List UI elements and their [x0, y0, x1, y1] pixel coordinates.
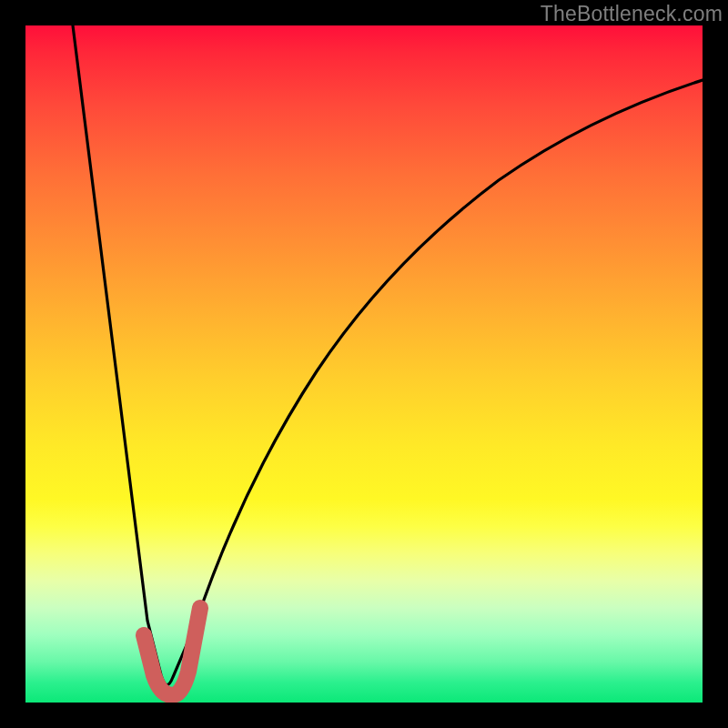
plot-area	[25, 25, 703, 703]
curve-path	[73, 25, 703, 685]
chart-frame: TheBottleneck.com	[0, 0, 728, 728]
bottleneck-curve	[25, 25, 703, 703]
watermark-text: TheBottleneck.com	[541, 2, 723, 26]
highlight-path	[144, 608, 200, 695]
